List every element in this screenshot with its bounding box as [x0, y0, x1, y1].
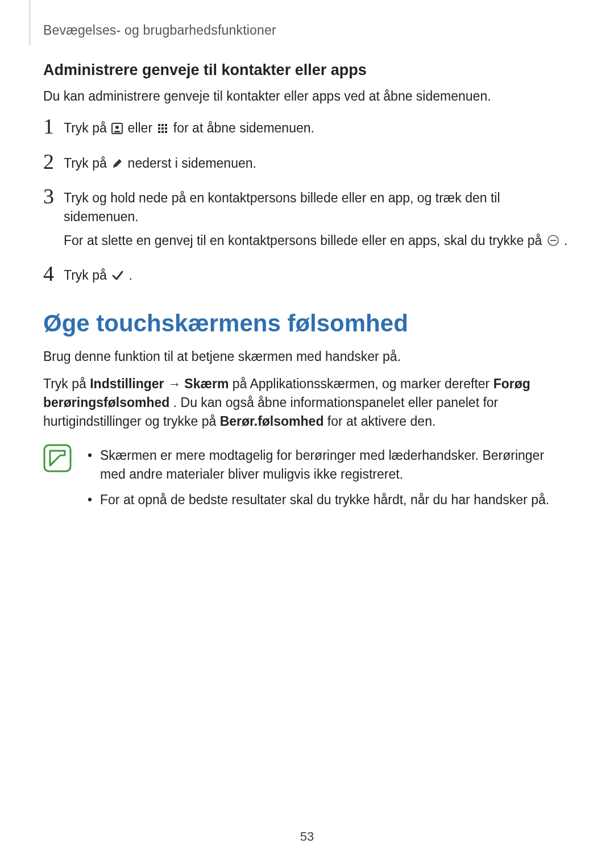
arrow-separator: →: [168, 376, 184, 391]
svg-rect-7: [165, 127, 167, 130]
content-area: Administrere genveje til kontakter eller…: [43, 61, 569, 517]
note-item: Skærmen er mere modtagelig for berøringe…: [84, 446, 569, 484]
step-text: .: [564, 233, 567, 248]
step-number: 4: [43, 263, 64, 284]
svg-rect-8: [158, 131, 160, 133]
note-icon: [43, 444, 72, 472]
step-number: 2: [43, 151, 64, 172]
step-text: Tryk på: [64, 268, 110, 283]
checkmark-icon: [111, 269, 124, 281]
steps-list: 1 Tryk på eller: [43, 115, 569, 285]
apps-grid-icon: [157, 123, 168, 134]
text-fragment: Tryk på: [43, 376, 90, 391]
subheading-manage-shortcuts: Administrere genveje til kontakter eller…: [43, 61, 569, 79]
step-text: nederst i sidemenuen.: [128, 156, 256, 171]
contact-icon: [111, 123, 123, 134]
step-number: 1: [43, 115, 64, 137]
note-block: Skærmen er mere modtagelig for berøringe…: [43, 444, 569, 517]
svg-rect-4: [165, 124, 167, 126]
running-head: Bevægelses- og brugbarhedsfunktioner: [43, 23, 276, 38]
step-text: Tryk på: [64, 121, 110, 135]
step-3: 3 Tryk og hold nede på en kontaktpersons…: [43, 185, 569, 250]
step-text: Tryk og hold nede på en kontaktpersons b…: [64, 190, 500, 224]
step-4: 4 Tryk på .: [43, 263, 569, 285]
svg-point-1: [115, 126, 119, 129]
step-text: For at slette en genvej til en kontaktpe…: [64, 233, 546, 248]
svg-rect-5: [158, 127, 160, 130]
step-2: 2 Tryk på nederst i sidemenuen.: [43, 151, 569, 173]
sensitivity-intro: Brug denne funktion til at betjene skærm…: [43, 347, 569, 366]
remove-circle-icon: [547, 234, 559, 247]
step-body: Tryk på nederst i sidemenuen.: [64, 151, 256, 173]
intro-paragraph: Du kan administrere genveje til kontakte…: [43, 87, 569, 105]
label-touch-sensitivity: Berør.følsomhed: [220, 414, 324, 429]
step-1: 1 Tryk på eller: [43, 115, 569, 138]
svg-rect-2: [158, 124, 160, 126]
step-text: eller: [128, 121, 156, 135]
text-fragment: for at aktivere den.: [327, 414, 436, 429]
step-text: for at åbne sidemenuen.: [173, 121, 314, 135]
section-title-sensitivity: Øge touchskærmens følsomhed: [43, 310, 569, 337]
svg-rect-6: [161, 127, 164, 130]
label-display: Skærm: [184, 376, 229, 391]
sensitivity-instructions: Tryk på Indstillinger → Skærm på Applika…: [43, 375, 569, 431]
label-settings: Indstillinger: [90, 376, 164, 391]
svg-rect-3: [161, 124, 164, 126]
note-item: For at opnå de bedste resultater skal du…: [84, 491, 569, 509]
page: Bevægelses- og brugbarhedsfunktioner Adm…: [0, 0, 614, 868]
text-fragment: på Applikationsskærmen, og marker dereft…: [233, 376, 493, 391]
svg-rect-10: [165, 131, 167, 133]
note-list: Skærmen er mere modtagelig for berøringe…: [84, 446, 569, 517]
step-number: 3: [43, 185, 64, 207]
step-text: .: [129, 268, 132, 283]
margin-rule: [30, 0, 30, 45]
step-text: Tryk på: [64, 156, 110, 171]
step-body: Tryk og hold nede på en kontaktpersons b…: [64, 185, 569, 250]
step-body: Tryk på .: [64, 263, 132, 285]
pencil-icon: [111, 158, 123, 169]
page-number: 53: [0, 829, 614, 844]
step-body: Tryk på eller: [64, 115, 314, 138]
svg-rect-9: [161, 131, 164, 133]
